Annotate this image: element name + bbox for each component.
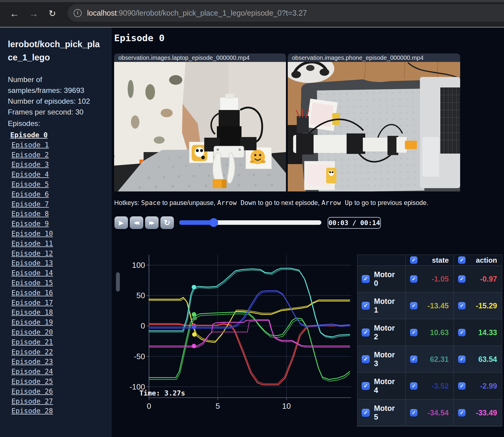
sidebar-episode-link[interactable]: Episode 17 [8, 298, 105, 308]
sidebar-episode-link[interactable]: Episode 7 [8, 199, 105, 209]
seek-slider-thumb[interactable] [209, 218, 218, 227]
motor-chart[interactable]: 100500-50-1000510 [120, 246, 357, 410]
motor-row-checkbox[interactable]: ✓ [362, 409, 370, 417]
sidebar-episode-link[interactable]: Episode 20 [8, 327, 105, 337]
video-laptop-scene [114, 62, 286, 191]
state-checkbox[interactable]: ✓ [410, 409, 417, 417]
loop-button[interactable]: ↻ [160, 216, 174, 229]
rewind-button[interactable]: ◀◀ [130, 216, 143, 229]
sidebar-episode-link[interactable]: Episode 8 [8, 209, 105, 219]
sidebar-episode-link[interactable]: Episode 13 [8, 258, 105, 268]
sidebar-episode-link[interactable]: Episode 19 [8, 317, 105, 327]
sidebar-episode-link[interactable]: Episode 14 [8, 268, 105, 278]
hotkey-text: to go to previous episode. [353, 199, 428, 206]
sidebar-episode-link[interactable]: Episode 3 [8, 160, 105, 170]
chart-xtick-label: 10 [282, 402, 291, 410]
motor-row-checkbox[interactable]: ✓ [362, 302, 370, 310]
scrollbar-thumb[interactable] [116, 272, 120, 292]
sidebar-episode-link[interactable]: Episode 16 [8, 288, 105, 298]
sidebar-episode-link[interactable]: Episode 23 [8, 357, 105, 367]
chart-series-motor-0-action [149, 324, 350, 385]
motor-label: Motor 3 [374, 350, 401, 368]
state-checkbox[interactable]: ✓ [410, 356, 417, 363]
url-path: :9090/lerobot/koch_pick_place_1_lego/epi… [117, 9, 307, 17]
sidebar-episode-link[interactable]: Episode 24 [8, 367, 105, 377]
sidebar-episode-link[interactable]: Episode 6 [8, 189, 105, 199]
meta-samples: Number of samples/frames: 39693 [8, 74, 98, 96]
sidebar-episode-link[interactable]: Episode 28 [8, 406, 105, 416]
motor-row-checkbox[interactable]: ✓ [362, 329, 370, 337]
motor-row-checkbox[interactable]: ✓ [362, 382, 370, 390]
hotkey-key: Space [141, 199, 161, 206]
reload-icon[interactable]: ↻ [49, 7, 56, 20]
info-icon[interactable]: i [74, 9, 82, 17]
episode-list: Episode 0Episode 1Episode 2Episode 3Epis… [8, 130, 105, 416]
motor-row-label-cell: ✓Motor 3 [357, 346, 406, 373]
state-column-label: state [432, 256, 449, 264]
state-checkbox[interactable]: ✓ [410, 302, 417, 310]
chart-ytick-label: 100 [132, 261, 145, 270]
motor-label: Motor 4 [374, 377, 401, 395]
fast-forward-button[interactable]: ▶▶ [145, 216, 159, 229]
page-title: Episode 0 [114, 32, 165, 43]
action-checkbox[interactable]: ✓ [458, 356, 466, 363]
chart-xtick-label: 0 [147, 402, 151, 410]
sidebar-episode-link[interactable]: Episode 10 [8, 229, 105, 239]
sidebar-episode-link[interactable]: Episode 11 [8, 239, 105, 249]
action-checkbox[interactable]: ✓ [458, 275, 466, 283]
video-panel-laptop[interactable]: observation.images.laptop_episode_000000… [114, 53, 286, 191]
back-icon[interactable]: ← [10, 7, 19, 20]
state-cell: ✓-13.45 [406, 292, 454, 319]
state-checkbox[interactable]: ✓ [410, 275, 417, 283]
action-column-checkbox[interactable]: ✓ [458, 256, 466, 264]
sidebar-episode-link[interactable]: Episode 18 [8, 307, 105, 317]
action-checkbox[interactable]: ✓ [458, 302, 466, 310]
sidebar-episode-link[interactable]: Episode 9 [8, 219, 105, 229]
motor-row-label-cell: ✓Motor 1 [357, 292, 406, 319]
state-value: -13.45 [427, 301, 449, 310]
play-button[interactable]: ▶ [114, 216, 128, 229]
url-bar[interactable]: i localhost:9090/lerobot/koch_pick_place… [68, 4, 504, 22]
action-value: -15.29 [476, 301, 497, 310]
sidebar-episode-link[interactable]: Episode 2 [8, 150, 105, 160]
browser-chrome: ← → ↻ i localhost:9090/lerobot/koch_pick… [0, 0, 504, 28]
sidebar-episode-link[interactable]: Episode 21 [8, 337, 105, 347]
state-checkbox[interactable]: ✓ [410, 382, 417, 390]
action-cell: ✓-15.29 [454, 292, 502, 319]
state-checkbox[interactable]: ✓ [410, 329, 417, 336]
state-cell: ✓-1.05 [406, 266, 454, 292]
sidebar-episode-link[interactable]: Episode 4 [8, 170, 105, 179]
forward-icon[interactable]: → [29, 7, 38, 20]
motor-label: Motor 1 [374, 297, 401, 314]
chart-current-time-marker [193, 316, 197, 320]
sidebar-episode-link[interactable]: Episode 1 [8, 140, 105, 150]
dataset-meta: Number of samples/frames: 39693 Number o… [8, 74, 98, 129]
fast-forward-icon: ▶▶ [149, 220, 153, 225]
action-column-label: action [476, 256, 497, 264]
chart-series-motor-1-action [149, 298, 350, 343]
state-value: -3.52 [432, 382, 449, 390]
sidebar-episode-link[interactable]: Episode 15 [8, 278, 105, 288]
sidebar-episode-link[interactable]: Episode 27 [8, 396, 105, 406]
motor-row-checkbox[interactable]: ✓ [362, 275, 370, 283]
video-panel-phone[interactable]: observation.images.phone_episode_000000.… [288, 53, 460, 191]
sidebar-episode-link[interactable]: Episode 0 [8, 130, 105, 140]
sidebar-episode-link[interactable]: Episode 25 [8, 377, 105, 387]
table-corner-cell [357, 255, 406, 266]
sidebar-episode-link[interactable]: Episode 12 [8, 249, 105, 258]
rewind-icon: ◀◀ [134, 220, 138, 225]
sidebar-episode-link[interactable]: Episode 26 [8, 387, 105, 396]
action-checkbox[interactable]: ✓ [458, 382, 466, 390]
action-checkbox[interactable]: ✓ [458, 329, 466, 336]
chart-series-motor-1-state [149, 299, 350, 341]
chart-series-motor-3-state [149, 270, 350, 338]
motor-row-label-cell: ✓Motor 2 [357, 319, 406, 346]
action-value: -2.99 [480, 382, 497, 390]
state-value: 62.31 [430, 355, 449, 364]
motor-row-checkbox[interactable]: ✓ [362, 355, 370, 363]
episodes-heading: Episodes: [8, 118, 98, 129]
state-column-checkbox[interactable]: ✓ [410, 256, 417, 264]
sidebar-episode-link[interactable]: Episode 5 [8, 179, 105, 189]
sidebar-episode-link[interactable]: Episode 22 [8, 347, 105, 357]
action-checkbox[interactable]: ✓ [458, 409, 466, 417]
